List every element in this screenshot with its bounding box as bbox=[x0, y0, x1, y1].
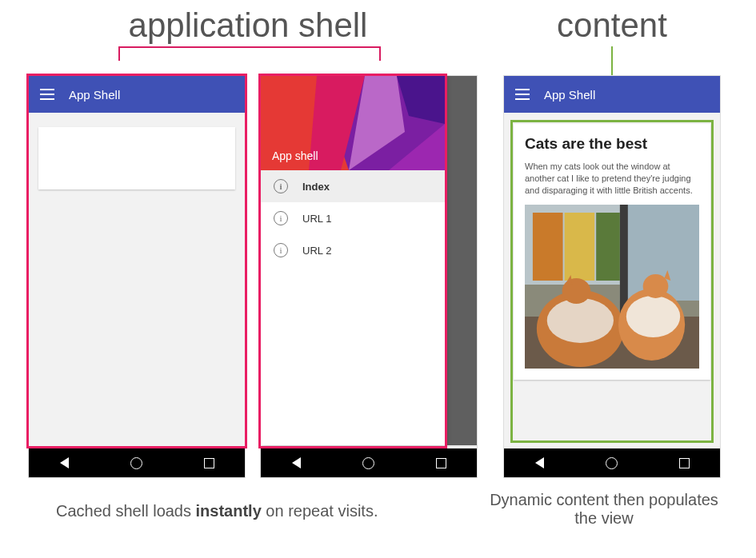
info-icon: i bbox=[274, 211, 288, 225]
back-icon[interactable] bbox=[60, 457, 69, 468]
home-icon[interactable] bbox=[606, 457, 618, 469]
recent-icon[interactable] bbox=[204, 458, 214, 468]
svg-point-19 bbox=[626, 296, 680, 337]
recent-icon[interactable] bbox=[436, 458, 446, 468]
app-title: App Shell bbox=[544, 88, 595, 102]
drawer-hero-label: App shell bbox=[272, 149, 318, 162]
article-image bbox=[525, 205, 699, 369]
caption-content: Dynamic content then populates the view bbox=[480, 491, 728, 528]
drawer-item-url1[interactable]: i URL 1 bbox=[261, 202, 445, 234]
connector-shell bbox=[379, 46, 381, 61]
drawer-backdrop[interactable] bbox=[445, 76, 477, 445]
phone-shell-drawer: App shell i Index i URL 1 i URL 2 bbox=[261, 76, 477, 477]
svg-rect-8 bbox=[533, 213, 563, 281]
heading-content: content bbox=[524, 6, 700, 45]
svg-rect-12 bbox=[620, 205, 628, 317]
drawer-item-label: Index bbox=[302, 181, 330, 193]
info-icon: i bbox=[274, 179, 288, 193]
drawer-item-label: URL 1 bbox=[302, 213, 331, 225]
home-icon[interactable] bbox=[362, 457, 374, 469]
phone-shell-empty: App Shell bbox=[29, 76, 245, 477]
connector-shell bbox=[118, 46, 120, 61]
app-bar: App Shell bbox=[29, 76, 245, 113]
svg-rect-9 bbox=[565, 213, 595, 281]
connector-shell bbox=[118, 46, 381, 48]
article-body: When my cats look out the window at anot… bbox=[525, 161, 699, 197]
android-navbar bbox=[29, 448, 245, 477]
empty-card bbox=[38, 127, 235, 189]
phone-content: App Shell Cats are the best When my cats… bbox=[504, 76, 720, 477]
drawer-item-label: URL 2 bbox=[302, 245, 331, 257]
article-title: Cats are the best bbox=[525, 135, 699, 153]
drawer-item-index[interactable]: i Index bbox=[261, 170, 445, 202]
android-navbar bbox=[261, 448, 477, 477]
app-bar: App Shell bbox=[504, 76, 720, 113]
recent-icon[interactable] bbox=[679, 458, 690, 468]
menu-icon[interactable] bbox=[515, 89, 530, 100]
svg-point-15 bbox=[547, 298, 614, 343]
app-title: App Shell bbox=[69, 88, 120, 102]
screen-body bbox=[29, 113, 245, 448]
menu-icon[interactable] bbox=[40, 89, 54, 100]
home-icon[interactable] bbox=[130, 457, 142, 469]
svg-rect-10 bbox=[596, 213, 620, 281]
android-navbar bbox=[504, 448, 720, 477]
screen-body: Cats are the best When my cats look out … bbox=[504, 113, 720, 448]
svg-point-16 bbox=[562, 278, 591, 304]
back-icon[interactable] bbox=[535, 457, 544, 468]
back-icon[interactable] bbox=[292, 457, 301, 468]
content-card: Cats are the best When my cats look out … bbox=[514, 124, 710, 380]
info-icon: i bbox=[274, 243, 288, 257]
heading-application-shell: application shell bbox=[104, 6, 392, 45]
caption-shell: Cached shell loads instantly on repeat v… bbox=[56, 502, 378, 520]
nav-drawer: App shell i Index i URL 1 i URL 2 bbox=[261, 76, 445, 445]
drawer-item-url2[interactable]: i URL 2 bbox=[261, 234, 445, 266]
drawer-hero: App shell bbox=[261, 76, 445, 170]
